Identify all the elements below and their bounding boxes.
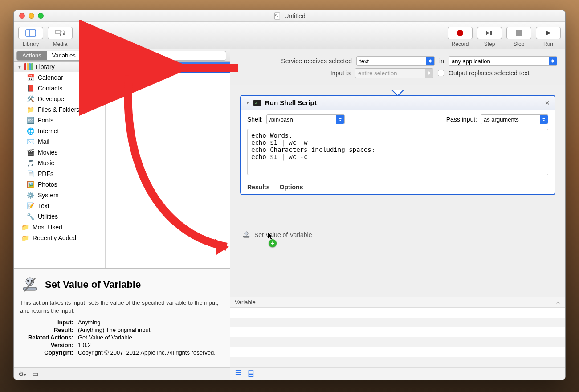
service-header: Service receives selected text in any ap… (230, 49, 565, 85)
document-icon (273, 12, 281, 20)
media-button[interactable]: Media (48, 27, 73, 47)
svg-point-11 (113, 65, 116, 68)
step-icon (485, 30, 494, 36)
script-textarea[interactable]: echo Words: echo $1 | wc -w echo Charact… (247, 129, 548, 175)
input-mode-select: entire selection (355, 68, 433, 78)
step-button[interactable]: Step (477, 27, 502, 47)
action-results-list[interactable]: Set Value of Variable (106, 62, 230, 268)
automator-action-icon (242, 230, 251, 239)
variable-panel-header: Variable (235, 299, 256, 306)
connector-icon (391, 90, 404, 96)
fonts-icon: 🔤 (26, 116, 34, 124)
category-system[interactable]: ⚙️System (14, 190, 105, 200)
category-files-folders[interactable]: 📁Files & Folders (14, 104, 105, 115)
music-icon: 🎵 (26, 159, 34, 167)
results-tab[interactable]: Results (247, 184, 270, 191)
svg-point-7 (63, 33, 65, 35)
options-tab[interactable]: Options (280, 184, 303, 191)
log-view-button[interactable]: ≣ (235, 369, 241, 379)
collapse-variable-panel-button[interactable]: ︿ (556, 299, 561, 306)
group-recently-added[interactable]: 📁Recently Added (14, 233, 105, 243)
search-icon: 🔍 (88, 52, 95, 59)
expand-detail-button[interactable]: ▭ (33, 370, 38, 377)
category-photos[interactable]: 🖼️Photos (14, 179, 105, 190)
stop-icon (516, 30, 522, 36)
close-window-button[interactable] (19, 13, 25, 19)
internet-icon: 🌐 (26, 127, 34, 135)
run-icon (545, 30, 552, 36)
category-fonts[interactable]: 🔤Fonts (14, 115, 105, 126)
action-title: Run Shell Script (265, 99, 541, 106)
utilities-icon: 🔧 (26, 212, 34, 220)
category-calendar[interactable]: 📅Calendar (14, 72, 105, 83)
workflow-canvas[interactable]: ▼ >_ Run Shell Script ✕ Shell: /bin/bash… (230, 85, 565, 297)
svg-rect-22 (243, 236, 249, 237)
files-icon: 📁 (26, 106, 34, 114)
variables-tab[interactable]: Variables (47, 51, 81, 60)
media-icon (55, 29, 65, 37)
gear-menu-button[interactable]: ⚙︎▾ (18, 370, 26, 377)
detail-title: Set Value of Variable (45, 279, 141, 290)
pass-input-select[interactable]: as arguments (481, 114, 548, 124)
library-toggle-button[interactable]: Library (18, 27, 43, 47)
window-title: Untitled (273, 12, 305, 20)
disclosure-triangle-icon[interactable]: ▼ (245, 100, 250, 105)
category-mail[interactable]: ✉️Mail (14, 136, 105, 147)
svg-point-13 (113, 65, 114, 66)
in-label: in (439, 57, 444, 65)
search-input[interactable] (85, 51, 226, 61)
text-icon: 📝 (26, 202, 34, 210)
disclosure-triangle-icon[interactable]: ▼ (17, 65, 22, 69)
stop-button: Stop (506, 27, 531, 47)
category-internet[interactable]: 🌐Internet (14, 126, 105, 136)
record-icon (457, 30, 463, 36)
detail-footer: ⚙︎▾ ▭ (14, 367, 230, 380)
service-input-type-select[interactable]: text (356, 56, 435, 66)
automator-window: Untitled Library Media Record Step (13, 10, 566, 380)
category-list[interactable]: ▼ Library 📅Calendar 📕Contacts 🛠️Develope… (14, 62, 106, 268)
category-text[interactable]: 📝Text (14, 200, 105, 211)
zoom-window-button[interactable] (38, 13, 44, 19)
service-application-select[interactable]: any application (449, 56, 557, 66)
detail-description: This action takes its input, sets the va… (20, 299, 224, 314)
system-icon: ⚙️ (26, 191, 34, 199)
minimize-window-button[interactable] (29, 13, 34, 19)
category-contacts[interactable]: 📕Contacts (14, 83, 105, 94)
library-root[interactable]: ▼ Library (14, 62, 105, 72)
category-developer[interactable]: 🛠️Developer (14, 94, 105, 104)
variable-table[interactable] (230, 308, 565, 367)
category-pdfs[interactable]: 📄PDFs (14, 168, 105, 179)
service-receives-label: Service receives selected (281, 57, 352, 65)
category-utilities[interactable]: 🔧Utilities (14, 211, 105, 222)
record-button[interactable]: Record (448, 27, 473, 47)
category-movies[interactable]: 🎬Movies (14, 147, 105, 158)
svg-rect-9 (490, 31, 492, 35)
output-replaces-checkbox[interactable] (438, 70, 444, 76)
run-button[interactable]: Run (536, 27, 561, 47)
group-most-used[interactable]: 📁Most Used (14, 222, 105, 233)
shell-select[interactable]: /bin/bash (266, 114, 345, 124)
library-icon (25, 29, 36, 37)
pdf-icon: 📄 (26, 170, 34, 178)
library-mode-segment: Actions Variables (16, 51, 82, 61)
action-set-value-of-variable[interactable]: Set Value of Variable (106, 62, 230, 74)
action-detail-pane: Set Value of Variable This action takes … (14, 268, 230, 367)
toolbar: Library Media Record Step Stop Run (14, 22, 565, 49)
svg-marker-23 (268, 232, 273, 240)
output-replaces-label: Output replaces selected text (449, 69, 557, 77)
category-music[interactable]: 🎵Music (14, 158, 105, 168)
drag-ghost: Set Value of Variable + (242, 230, 312, 239)
remove-action-button[interactable]: ✕ (545, 99, 550, 106)
library-pane: Actions Variables 🔍 ▼ Library 📅Calendar (14, 49, 230, 380)
input-is-label: Input is (330, 69, 351, 77)
traffic-lights (19, 13, 44, 19)
plus-badge-icon: + (269, 239, 277, 247)
filter-bar: Actions Variables 🔍 (14, 49, 230, 62)
smart-folder-icon: 📁 (21, 234, 29, 242)
svg-point-14 (115, 65, 116, 66)
developer-icon: 🛠️ (26, 95, 34, 103)
actions-tab[interactable]: Actions (17, 51, 47, 60)
run-shell-script-action[interactable]: ▼ >_ Run Shell Script ✕ Shell: /bin/bash… (240, 95, 555, 195)
variable-view-button[interactable]: ⌸ (249, 369, 253, 378)
pass-input-label: Pass input: (446, 116, 477, 123)
